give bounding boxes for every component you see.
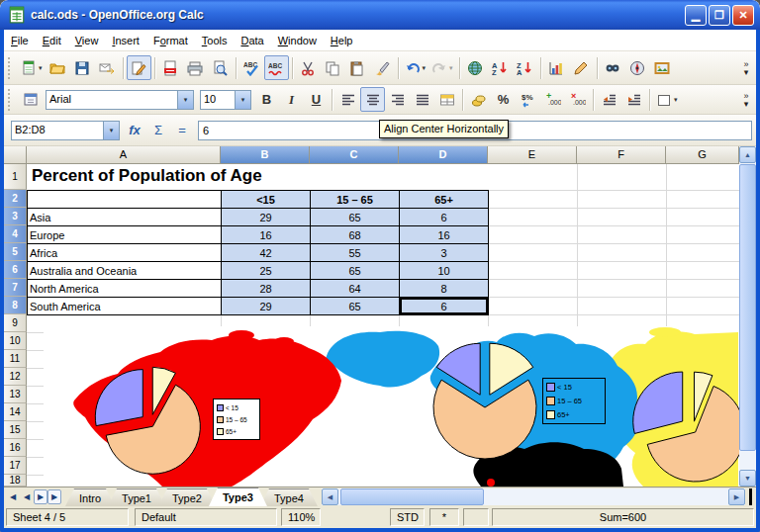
align-left-button[interactable] xyxy=(335,87,360,112)
column-header-G[interactable]: G xyxy=(666,146,739,164)
autospellcheck-button[interactable]: ABC xyxy=(264,55,289,80)
column-header-B[interactable]: B xyxy=(221,146,310,164)
row-header-9[interactable]: 9 xyxy=(4,314,27,332)
font-size-combo[interactable]: 10▾ xyxy=(200,90,251,110)
styles-button[interactable] xyxy=(18,87,43,112)
row-header-2[interactable]: 2 xyxy=(4,190,27,208)
toolbar-overflow-button[interactable]: »▾ xyxy=(738,60,754,76)
sheet-tab-type4[interactable]: Type4 xyxy=(260,488,318,506)
column-header-C[interactable]: C xyxy=(310,146,399,164)
hyperlink-button[interactable] xyxy=(463,55,488,80)
row-header-10[interactable]: 10 xyxy=(4,332,27,350)
increase-indent-button[interactable] xyxy=(621,87,646,112)
email-button[interactable] xyxy=(95,55,120,80)
menu-item-help[interactable]: Help xyxy=(324,32,360,49)
align-right-button[interactable] xyxy=(385,87,410,112)
menu-item-insert[interactable]: Insert xyxy=(105,32,146,49)
align-center-button[interactable] xyxy=(360,87,385,112)
value-cell[interactable]: 28 xyxy=(222,280,311,298)
column-header-F[interactable]: F xyxy=(577,146,666,164)
row-header-18[interactable]: 18 xyxy=(4,475,27,487)
draw-functions-button[interactable] xyxy=(569,55,594,80)
value-cell[interactable]: 55 xyxy=(311,244,400,262)
row-header-16[interactable]: 16 xyxy=(4,439,27,457)
percent-format-button[interactable]: % xyxy=(491,87,516,112)
region-cell[interactable]: Europe xyxy=(28,226,222,244)
data-table[interactable]: <1515 – 6565+Asia29656Europe166816Africa… xyxy=(27,190,489,315)
toolbar-grip[interactable] xyxy=(8,57,14,79)
font-name-combo[interactable]: Arial▾ xyxy=(46,90,194,110)
format-paintbrush-button[interactable] xyxy=(370,55,395,80)
value-cell[interactable]: 6 xyxy=(400,209,489,226)
row-header-15[interactable]: 15 xyxy=(4,421,27,439)
borders-dropdown-arrow[interactable]: ▾ xyxy=(674,96,678,104)
region-cell[interactable]: Africa xyxy=(28,244,222,262)
scroll-left-button[interactable]: ◀ xyxy=(322,488,338,505)
status-page-style[interactable]: Default xyxy=(135,508,277,526)
toolbar-overflow-button[interactable]: »▾ xyxy=(738,92,754,108)
sheet-tab-type3[interactable]: Type3 xyxy=(209,488,267,506)
value-cell[interactable]: 64 xyxy=(311,280,400,298)
row-header-1[interactable]: 1 xyxy=(4,164,27,190)
row-header-13[interactable]: 13 xyxy=(4,386,27,403)
value-cell[interactable]: 65 xyxy=(311,262,400,280)
font-name-dropdown[interactable]: ▾ xyxy=(177,91,193,109)
menu-item-format[interactable]: Format xyxy=(146,32,195,49)
pie-legend-europe[interactable]: < 1515 – 6565+ xyxy=(542,378,606,424)
value-cell[interactable]: 42 xyxy=(222,244,311,262)
pie-slice-<15[interactable] xyxy=(95,370,142,426)
save-button[interactable] xyxy=(70,55,95,80)
merge-cells-button[interactable] xyxy=(434,87,459,112)
row-header-12[interactable]: 12 xyxy=(4,368,27,386)
value-cell[interactable]: 25 xyxy=(222,262,311,280)
region-cell[interactable]: South America xyxy=(28,298,222,315)
name-box[interactable]: B2:D8 ▾ xyxy=(11,121,120,140)
pdf-button[interactable] xyxy=(158,55,183,80)
add-decimal-button[interactable]: .000+ xyxy=(540,87,565,112)
navigator-button[interactable] xyxy=(625,55,650,80)
undo-dropdown-arrow[interactable]: ▾ xyxy=(423,64,427,72)
justify-button[interactable] xyxy=(410,87,434,112)
menu-item-edit[interactable]: Edit xyxy=(36,32,68,49)
spreadsheet-grid[interactable]: Percent of Population of Age <1515 – 656… xyxy=(4,146,756,487)
redo-dropdown-arrow[interactable]: ▾ xyxy=(449,64,453,72)
table-col-header[interactable]: <15 xyxy=(222,191,311,209)
row-header-11[interactable]: 11 xyxy=(4,350,27,368)
underline-button[interactable]: U xyxy=(304,87,329,112)
value-cell[interactable]: 16 xyxy=(222,226,311,244)
value-cell[interactable]: 68 xyxy=(311,226,400,244)
horizontal-scrollbar[interactable]: ◀ ▶ xyxy=(322,488,745,505)
edit-file-button[interactable] xyxy=(127,55,151,80)
print-button[interactable] xyxy=(183,55,208,80)
region-cell[interactable]: North America xyxy=(28,280,222,298)
copy-button[interactable] xyxy=(321,55,345,80)
sort-ascending-button[interactable]: AZ xyxy=(488,55,513,80)
column-header-D[interactable]: D xyxy=(399,146,488,164)
value-cell[interactable]: 8 xyxy=(400,280,489,298)
spellcheck-button[interactable]: ABC xyxy=(239,55,264,80)
scroll-down-button[interactable]: ▼ xyxy=(739,470,756,487)
value-cell[interactable]: 16 xyxy=(400,226,489,244)
row-header-7[interactable]: 7 xyxy=(4,279,27,297)
open-button[interactable] xyxy=(46,55,70,80)
function-button[interactable]: = xyxy=(170,120,194,141)
status-selection-mode[interactable]: * xyxy=(429,508,459,526)
standard-format-button[interactable]: $% xyxy=(516,87,540,112)
page-preview-button[interactable] xyxy=(208,55,233,80)
row-header-5[interactable]: 5 xyxy=(4,243,27,261)
table-col-header[interactable]: 15 – 65 xyxy=(311,191,400,209)
row-header-14[interactable]: 14 xyxy=(4,403,27,421)
menu-item-tools[interactable]: Tools xyxy=(195,32,235,49)
menu-item-window[interactable]: Window xyxy=(271,32,324,49)
status-insert-mode[interactable]: STD xyxy=(390,508,425,526)
select-all-corner[interactable] xyxy=(4,146,27,164)
sheet-title-cell[interactable]: Percent of Population of Age xyxy=(32,166,262,186)
bold-button[interactable]: B xyxy=(254,87,279,112)
table-col-header[interactable]: 65+ xyxy=(400,191,489,209)
previous-sheet-button[interactable]: ◀ xyxy=(20,489,34,504)
title-bar[interactable]: calc.ods - OpenOffice.org Calc ▁ ❐ ✕ xyxy=(0,0,760,30)
last-sheet-button[interactable]: ▶ xyxy=(48,489,61,504)
borders-button[interactable]: ▾ xyxy=(653,87,681,112)
next-sheet-button[interactable]: ▶ xyxy=(34,489,48,504)
row-header-17[interactable]: 17 xyxy=(4,457,27,475)
